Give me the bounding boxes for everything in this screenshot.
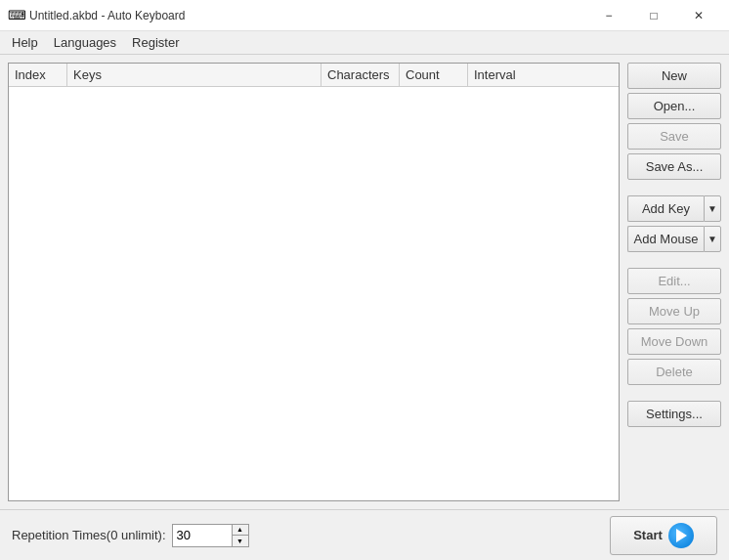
col-index: Index <box>9 64 67 86</box>
repetition-spinner: ▲ ▼ <box>172 524 249 547</box>
add-key-button[interactable]: Add Key <box>627 195 704 222</box>
spacer-1 <box>627 184 721 192</box>
menu-languages[interactable]: Languages <box>46 33 124 52</box>
main-content: Index Keys Characters Count Interval New… <box>0 55 729 509</box>
repetition-input[interactable] <box>173 525 232 546</box>
spacer-3 <box>627 389 721 397</box>
spinner-up-button[interactable]: ▲ <box>233 525 248 536</box>
delete-button[interactable]: Delete <box>627 359 721 385</box>
start-button[interactable]: Start <box>610 516 717 555</box>
table-header: Index Keys Characters Count Interval <box>9 64 619 87</box>
col-interval: Interval <box>468 64 546 86</box>
title-bar: ⌨ Untitled.akbd - Auto Keyboard − □ ✕ <box>0 0 729 31</box>
repetition-label: Repetition Times(0 unlimit): <box>12 528 166 542</box>
play-triangle <box>676 529 687 542</box>
repetition-group: Repetition Times(0 unlimit): ▲ ▼ <box>12 524 249 547</box>
settings-button[interactable]: Settings... <box>627 401 721 427</box>
start-label: Start <box>633 528 663 542</box>
spinner-buttons: ▲ ▼ <box>232 525 248 546</box>
window-title: Untitled.akbd - Auto Keyboard <box>29 9 185 22</box>
sidebar: New Open... Save Save As... Add Key ▼ Ad… <box>627 63 721 501</box>
title-bar-controls: − □ ✕ <box>586 1 721 30</box>
menu-register[interactable]: Register <box>124 33 187 52</box>
close-button[interactable]: ✕ <box>676 1 721 30</box>
new-button[interactable]: New <box>627 63 721 89</box>
table-area: Index Keys Characters Count Interval <box>8 63 620 501</box>
save-as-button[interactable]: Save As... <box>627 153 721 180</box>
add-mouse-dropdown[interactable]: ▼ <box>704 226 721 252</box>
spinner-down-button[interactable]: ▼ <box>233 536 248 546</box>
title-bar-left: ⌨ Untitled.akbd - Auto Keyboard <box>8 8 185 23</box>
minimize-button[interactable]: − <box>586 1 631 30</box>
table-body <box>9 87 619 478</box>
spacer-2 <box>627 256 721 264</box>
start-icon <box>668 523 694 548</box>
col-count: Count <box>400 64 468 86</box>
move-up-button[interactable]: Move Up <box>627 298 721 324</box>
maximize-button[interactable]: □ <box>631 1 676 30</box>
app-icon: ⌨ <box>8 8 23 23</box>
move-down-button[interactable]: Move Down <box>627 328 721 355</box>
add-mouse-button[interactable]: Add Mouse <box>627 226 704 252</box>
edit-button[interactable]: Edit... <box>627 268 721 294</box>
open-button[interactable]: Open... <box>627 93 721 119</box>
menu-bar: Help Languages Register <box>0 31 729 55</box>
col-characters: Characters <box>322 64 400 86</box>
save-button[interactable]: Save <box>627 123 721 150</box>
menu-help[interactable]: Help <box>4 33 46 52</box>
add-key-split: Add Key ▼ <box>627 195 721 222</box>
col-keys: Keys <box>67 64 322 86</box>
add-key-dropdown[interactable]: ▼ <box>704 195 721 222</box>
bottom-bar: Repetition Times(0 unlimit): ▲ ▼ Start <box>0 509 729 560</box>
add-mouse-split: Add Mouse ▼ <box>627 226 721 252</box>
